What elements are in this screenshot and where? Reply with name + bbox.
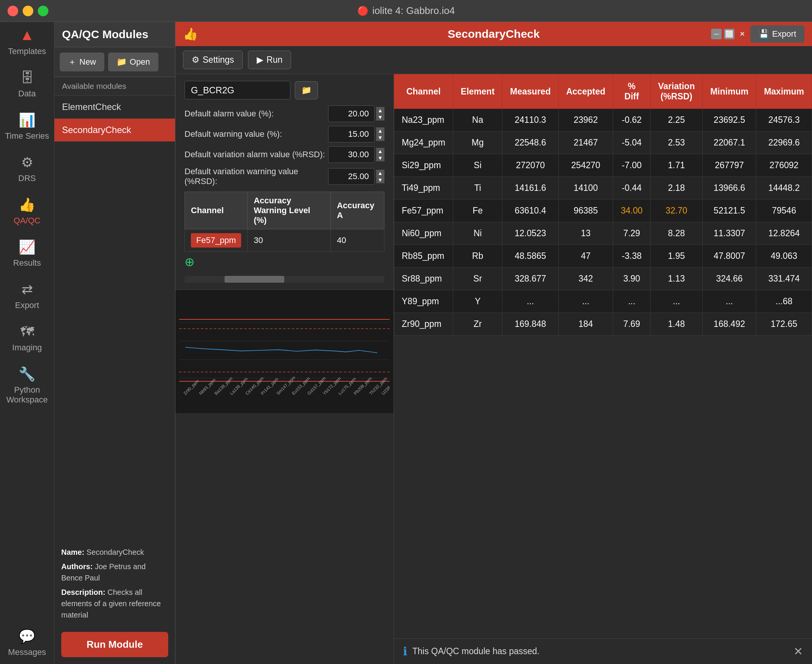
- ch-header-warning: Accuracy Warning Level (%): [248, 192, 331, 229]
- notification-close-button[interactable]: ✕: [794, 645, 803, 658]
- row-maximum: 172.65: [756, 313, 812, 335]
- sidebar-label-export: Export: [15, 300, 39, 310]
- window-controls: [8, 6, 48, 16]
- close-button[interactable]: [8, 6, 18, 16]
- sidebar-item-messages[interactable]: 💬 Messages: [0, 622, 54, 664]
- new-label: New: [79, 57, 96, 67]
- notification-bar: ℹ This QA/QC module has passed. ✕: [394, 638, 812, 664]
- var-warning-up[interactable]: ▲: [376, 170, 385, 176]
- new-button[interactable]: ＋ New: [60, 52, 104, 72]
- alarm-up[interactable]: ▲: [376, 107, 385, 114]
- sidebar-item-python[interactable]: 🔧 Python Workspace: [0, 360, 54, 412]
- col-variation: Variation (%RSD): [650, 75, 703, 109]
- close-sc-button[interactable]: ✕: [737, 29, 747, 39]
- sidebar-item-data[interactable]: 🗄 Data: [0, 63, 54, 106]
- sidebar: ▲ Templates 🗄 Data 📊 Time Series ⚙ DRS 👍…: [0, 22, 54, 664]
- warning-up[interactable]: ▲: [376, 127, 385, 134]
- row-pctdiff: -5.04: [613, 132, 651, 154]
- ch-header-channel: Channel: [185, 192, 248, 229]
- sidebar-item-timeseries[interactable]: 📊 Time Series: [0, 106, 54, 148]
- var-warning-down[interactable]: ▼: [376, 176, 385, 183]
- secondary-check-main: 👍 SecondaryCheck ─ ⬜ ✕ 💾 Export ⚙ Settin…: [175, 22, 812, 664]
- sidebar-label-data: Data: [18, 89, 36, 99]
- templates-icon: ▲: [20, 26, 35, 44]
- row-maximum: 49.063: [756, 245, 812, 268]
- row-measured: 48.5865: [502, 245, 558, 268]
- row-accepted: 14100: [558, 177, 613, 200]
- material-dropdown-row: G_BCR2G 📁: [184, 81, 385, 99]
- plus-icon: ＋: [68, 56, 77, 68]
- module-item-secondarycheck[interactable]: SecondaryCheck: [54, 119, 175, 142]
- sidebar-item-results[interactable]: 📈 Results: [0, 233, 54, 275]
- warning-input[interactable]: [328, 126, 375, 142]
- sidebar-label-results: Results: [13, 258, 41, 268]
- app-icon: 🔴: [357, 6, 368, 16]
- module-item-elementcheck[interactable]: ElementCheck: [54, 96, 175, 119]
- minimize-button[interactable]: [23, 6, 33, 16]
- row-measured: ...: [502, 290, 558, 313]
- row-accepted: 21467: [558, 132, 613, 154]
- row-element: Na: [453, 109, 502, 132]
- settings-label: Settings: [203, 55, 234, 65]
- row-element: Rb: [453, 245, 502, 268]
- row-pctdiff: -0.62: [613, 109, 651, 132]
- var-alarm-down[interactable]: ▼: [376, 155, 385, 161]
- row-maximum: 14448.2: [756, 177, 812, 200]
- export-button[interactable]: 💾 Export: [750, 25, 804, 43]
- var-alarm-up[interactable]: ▲: [376, 148, 385, 155]
- row-minimum: 23692.5: [703, 109, 756, 132]
- qaqc-icon: 👍: [18, 197, 36, 213]
- sidebar-label-timeseries: Time Series: [5, 131, 49, 141]
- sidebar-item-drs[interactable]: ⚙ DRS: [0, 148, 54, 190]
- alarm-label: Default alarm value (%):: [184, 109, 328, 119]
- alarm-input[interactable]: [328, 106, 375, 122]
- restore-sc-button[interactable]: ⬜: [724, 29, 734, 39]
- module-actions: ＋ New 📁 Open: [54, 47, 175, 77]
- var-warning-spinner: ▲ ▼: [376, 170, 385, 183]
- sidebar-label-drs: DRS: [18, 174, 36, 183]
- info-icon: ℹ: [403, 645, 407, 658]
- alarm-row: Default alarm value (%): ▲ ▼: [184, 106, 385, 122]
- material-select[interactable]: G_BCR2G: [184, 81, 290, 99]
- row-measured: 22548.6: [502, 132, 558, 154]
- row-pctdiff: 7.29: [613, 222, 651, 245]
- open-label: Open: [130, 57, 150, 67]
- add-channel-button[interactable]: ⊕: [184, 252, 195, 272]
- accuracy-cell: 40: [331, 229, 385, 252]
- sidebar-item-export[interactable]: ⇄ Export: [0, 275, 54, 317]
- warning-down[interactable]: ▼: [376, 134, 385, 141]
- settings-button[interactable]: ⚙ Settings: [183, 50, 243, 69]
- window-buttons: ─ ⬜ ✕: [711, 29, 747, 39]
- folder-browse-button[interactable]: 📁: [295, 81, 318, 99]
- run-module-button[interactable]: Run Module: [61, 632, 168, 657]
- sidebar-item-qaqc[interactable]: 👍 QA/QC: [0, 190, 54, 233]
- row-maximum: 24576.3: [756, 109, 812, 132]
- app-title: iolite 4: Gabbro.io4: [372, 5, 455, 16]
- alarm-down[interactable]: ▼: [376, 114, 385, 120]
- var-warning-row: Default variation warning value (%RSD): …: [184, 167, 385, 186]
- row-minimum: 22067.1: [703, 132, 756, 154]
- row-maximum: ...68: [756, 290, 812, 313]
- row-minimum: 11.3307: [703, 222, 756, 245]
- row-minimum: 324.66: [703, 268, 756, 290]
- open-button[interactable]: 📁 Open: [108, 52, 158, 72]
- sidebar-item-imaging[interactable]: 🗺 Imaging: [0, 317, 54, 360]
- row-accepted: 184: [558, 313, 613, 335]
- row-element: Ti: [453, 177, 502, 200]
- maximize-button[interactable]: [38, 6, 48, 16]
- chart-area: Zr90_ppm Nb93_ppm Ba138_ppm La139_ppm Ce…: [175, 290, 393, 413]
- run-button[interactable]: ▶ Run: [248, 50, 291, 69]
- minimize-sc-button[interactable]: ─: [711, 29, 722, 39]
- row-accepted: 96385: [558, 200, 613, 222]
- row-accepted: 13: [558, 222, 613, 245]
- row-minimum: 52121.5: [703, 200, 756, 222]
- var-alarm-input[interactable]: [328, 146, 375, 163]
- row-channel: Si29_ppm: [394, 154, 453, 177]
- data-table-wrapper[interactable]: Channel Element Measured Accepted % Diff…: [394, 74, 812, 638]
- var-warning-input[interactable]: [328, 168, 375, 185]
- row-element: Zr: [453, 313, 502, 335]
- run-label: Run: [266, 55, 282, 65]
- channel-table: Channel Accuracy Warning Level (%) Accur…: [184, 192, 385, 252]
- sidebar-item-templates[interactable]: ▲ Templates: [0, 22, 54, 63]
- horizontal-scrollbar[interactable]: [184, 276, 385, 283]
